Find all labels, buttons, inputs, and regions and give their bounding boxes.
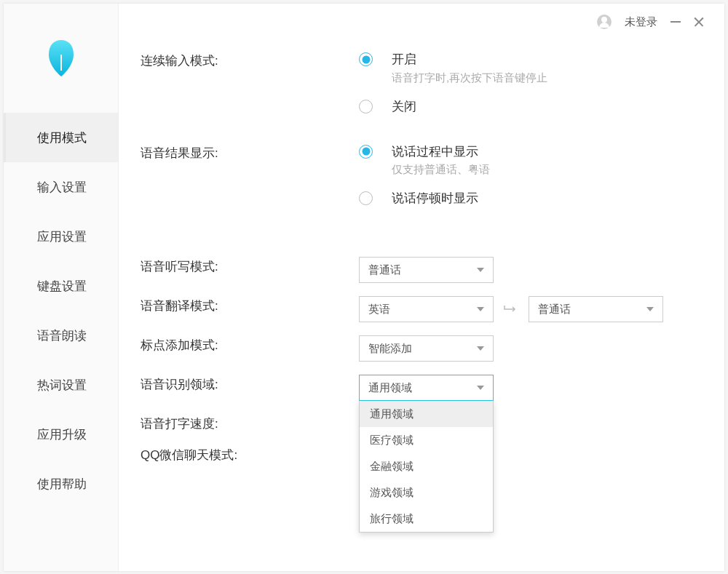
chevron-down-icon xyxy=(477,386,484,390)
dropdown-item-finance[interactable]: 金融领域 xyxy=(360,453,493,479)
chevron-down-icon xyxy=(477,346,484,351)
sidebar-item-keyboard-settings[interactable]: 键盘设置 xyxy=(4,261,118,311)
select-value: 英语 xyxy=(368,303,477,316)
sidebar-item-label: 语音朗读 xyxy=(37,327,87,344)
select-punctuation-mode[interactable]: 智能添加 xyxy=(359,335,494,362)
radio-hint: 语音打字时,再次按下语音键停止 xyxy=(392,71,547,85)
dropdown-item-general[interactable]: 通用领域 xyxy=(360,401,493,427)
radio-label: 说话停顿时显示 xyxy=(392,190,478,207)
sidebar-item-label: 热词设置 xyxy=(37,377,87,394)
radio-text: 开启 语音打字时,再次按下语音键停止 xyxy=(392,51,547,85)
radio-text: 关闭 xyxy=(392,98,416,116)
sidebar-item-label: 应用设置 xyxy=(37,228,87,245)
sidebar-item-help[interactable]: 使用帮助 xyxy=(4,459,118,509)
row-dictation-mode: 语音听写模式: 普通话 xyxy=(141,257,703,283)
control-continuous-input: 开启 语音打字时,再次按下语音键停止 关闭 xyxy=(359,51,703,116)
radio-input-during[interactable] xyxy=(359,145,373,159)
dropdown-recognition-domain: 通用领域 医疗领域 金融领域 游戏领域 旅行领域 xyxy=(359,401,494,533)
radio-option-pause[interactable]: 说话停顿时显示 xyxy=(359,190,703,207)
radio-label: 说话过程中显示 xyxy=(392,143,490,161)
sidebar-item-label: 输入设置 xyxy=(37,179,87,196)
sidebar-item-input-settings[interactable]: 输入设置 xyxy=(4,162,118,212)
control-recognition-domain: 通用领域 通用领域 医疗领域 金融领域 游戏领域 xyxy=(359,375,703,401)
minimize-icon xyxy=(670,21,681,23)
select-value: 智能添加 xyxy=(368,342,477,356)
control-punctuation-mode: 智能添加 xyxy=(359,335,703,362)
select-recognition-domain[interactable]: 通用领域 xyxy=(359,375,494,401)
app-window: 未登录 使用模式 输入设置 xyxy=(4,4,724,571)
radio-input-pause[interactable] xyxy=(359,191,373,205)
control-translation-mode: 英语 普通话 xyxy=(359,296,703,322)
control-dictation-mode: 普通话 xyxy=(359,257,703,283)
label-dictation-mode: 语音听写模式: xyxy=(141,257,359,275)
logo-area xyxy=(4,4,118,113)
row-recognition-domain: 语音识别领域: 通用领域 通用领域 医疗领域 金融领域 xyxy=(141,375,703,401)
avatar-icon[interactable] xyxy=(597,15,612,29)
sidebar-item-hotwords[interactable]: 热词设置 xyxy=(4,360,118,410)
chevron-down-icon xyxy=(477,307,484,311)
radio-option-during[interactable]: 说话过程中显示 仅支持普通话、粤语 xyxy=(359,143,703,178)
radio-option-on[interactable]: 开启 语音打字时,再次按下语音键停止 xyxy=(359,51,703,85)
select-value: 普通话 xyxy=(538,303,646,316)
arrow-right-icon xyxy=(502,302,520,316)
radio-hint: 仅支持普通话、粤语 xyxy=(392,163,490,177)
label-typing-speed: 语音打字速度: xyxy=(141,414,359,432)
dropdown-item-travel[interactable]: 旅行领域 xyxy=(360,506,493,532)
label-punctuation-mode: 标点添加模式: xyxy=(141,335,359,354)
control-voice-result-display: 说话过程中显示 仅支持普通话、粤语 说话停顿时显示 xyxy=(359,143,703,208)
select-dictation-mode[interactable]: 普通话 xyxy=(359,257,494,283)
select-translation-to[interactable]: 普通话 xyxy=(529,296,663,322)
label-continuous-input: 连续输入模式: xyxy=(141,51,359,69)
chevron-down-icon xyxy=(646,307,654,311)
dropdown-item-label: 金融领域 xyxy=(370,460,414,474)
radio-input-on[interactable] xyxy=(359,52,373,66)
sidebar-item-usage-mode[interactable]: 使用模式 xyxy=(4,113,118,162)
dropdown-item-gaming[interactable]: 游戏领域 xyxy=(360,479,493,506)
sidebar-item-label: 键盘设置 xyxy=(37,278,87,295)
close-button[interactable] xyxy=(694,17,704,27)
sidebar: 使用模式 输入设置 应用设置 键盘设置 语音朗读 热词设置 应用升级 使用帮助 xyxy=(4,4,119,571)
select-value: 普通话 xyxy=(368,263,477,277)
dropdown-item-label: 游戏领域 xyxy=(370,486,414,500)
radio-label: 开启 xyxy=(392,51,547,68)
radio-input-off[interactable] xyxy=(359,100,373,113)
radio-text: 说话过程中显示 仅支持普通话、粤语 xyxy=(392,143,490,178)
row-voice-result-display: 语音结果显示: 说话过程中显示 仅支持普通话、粤语 说话停顿时显示 xyxy=(141,143,703,208)
select-translation-from[interactable]: 英语 xyxy=(359,296,494,322)
sidebar-item-label: 使用模式 xyxy=(37,129,87,146)
chevron-down-icon xyxy=(477,268,484,272)
row-punctuation-mode: 标点添加模式: 智能添加 xyxy=(141,335,703,362)
label-recognition-domain: 语音识别领域: xyxy=(141,375,359,393)
titlebar: 未登录 xyxy=(597,4,724,40)
radio-text: 说话停顿时显示 xyxy=(392,190,478,207)
sidebar-item-label: 使用帮助 xyxy=(37,476,87,493)
row-translation-mode: 语音翻译模式: 英语 普通话 xyxy=(141,296,703,322)
app-logo-icon xyxy=(46,37,76,79)
sidebar-item-app-upgrade[interactable]: 应用升级 xyxy=(4,410,118,459)
radio-option-off[interactable]: 关闭 xyxy=(359,98,703,116)
login-status[interactable]: 未登录 xyxy=(625,15,657,29)
dropdown-item-label: 旅行领域 xyxy=(370,512,414,526)
content-area: 连续输入模式: 开启 语音打字时,再次按下语音键停止 关闭 xyxy=(119,4,724,571)
dropdown-item-label: 医疗领域 xyxy=(370,434,414,447)
dropdown-item-medical[interactable]: 医疗领域 xyxy=(360,427,493,453)
select-value: 通用领域 xyxy=(368,381,477,395)
close-icon xyxy=(694,17,704,27)
dropdown-item-label: 通用领域 xyxy=(370,407,414,421)
row-continuous-input: 连续输入模式: 开启 语音打字时,再次按下语音键停止 关闭 xyxy=(141,51,703,116)
label-translation-mode: 语音翻译模式: xyxy=(141,296,359,314)
sidebar-item-app-settings[interactable]: 应用设置 xyxy=(4,212,118,261)
label-voice-result-display: 语音结果显示: xyxy=(141,143,359,162)
radio-label: 关闭 xyxy=(392,98,416,116)
sidebar-item-voice-reading[interactable]: 语音朗读 xyxy=(4,311,118,360)
label-chat-mode: QQ微信聊天模式: xyxy=(141,445,359,463)
sidebar-item-label: 应用升级 xyxy=(37,426,87,443)
minimize-button[interactable] xyxy=(670,17,681,27)
